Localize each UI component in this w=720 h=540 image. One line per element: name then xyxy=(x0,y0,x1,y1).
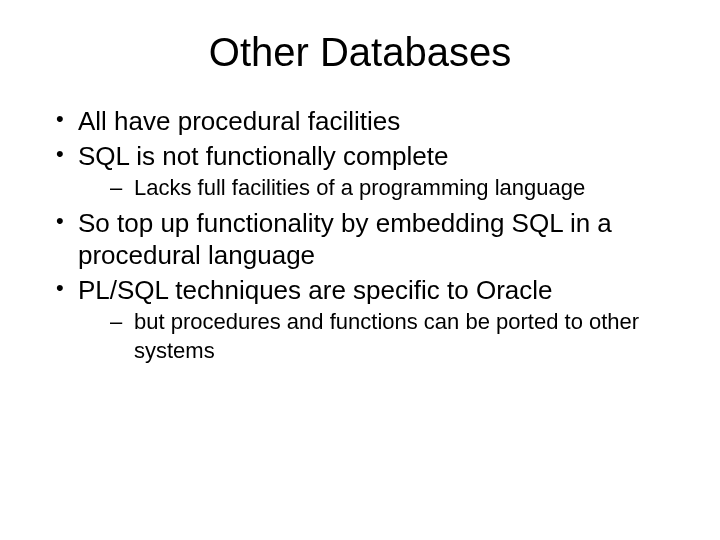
slide-container: Other Databases All have procedural faci… xyxy=(0,0,720,540)
bullet-text: PL/SQL techniques are specific to Oracle xyxy=(78,275,553,305)
slide-title: Other Databases xyxy=(50,30,670,75)
bullet-list: All have procedural facilities SQL is no… xyxy=(50,105,670,365)
sub-bullet-item: Lacks full facilities of a programming l… xyxy=(78,174,670,203)
bullet-item: SQL is not functionally complete Lacks f… xyxy=(50,140,670,203)
bullet-item: PL/SQL techniques are specific to Oracle… xyxy=(50,274,670,366)
bullet-text: So top up functionality by embedding SQL… xyxy=(78,208,612,271)
sub-bullet-list: but procedures and functions can be port… xyxy=(78,308,670,365)
sub-bullet-item: but procedures and functions can be port… xyxy=(78,308,670,365)
bullet-item: All have procedural facilities xyxy=(50,105,670,138)
sub-bullet-text: Lacks full facilities of a programming l… xyxy=(134,175,585,200)
bullet-text: SQL is not functionally complete xyxy=(78,141,448,171)
sub-bullet-list: Lacks full facilities of a programming l… xyxy=(78,174,670,203)
bullet-text: All have procedural facilities xyxy=(78,106,400,136)
sub-bullet-text: but procedures and functions can be port… xyxy=(134,309,639,363)
bullet-item: So top up functionality by embedding SQL… xyxy=(50,207,670,272)
